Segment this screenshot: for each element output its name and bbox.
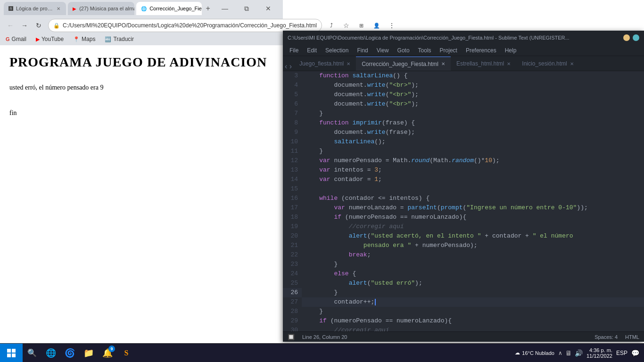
code-line-14: var contador = 1;	[302, 175, 644, 184]
browser-tab-2[interactable]: ▶ (27) Música para el alma 🎵 🔊 ✕	[68, 2, 134, 15]
taskbar-start-button[interactable]	[0, 344, 23, 362]
taskbar-chrome-button[interactable]: 🌐	[41, 344, 60, 362]
taskbar-time[interactable]: 4:36 p. m. 11/12/2022	[586, 347, 612, 359]
line-num-9: 9	[283, 128, 302, 137]
cloud-icon: ☁	[515, 350, 520, 356]
date-text: 11/12/2022	[586, 353, 612, 359]
line-num-29: 29	[283, 316, 302, 326]
menu-find[interactable]: Find	[353, 46, 372, 55]
sublime-tab3-label: Estrellas_html.html	[456, 60, 504, 67]
browser-close-button[interactable]: ✕	[257, 0, 279, 17]
line-num-21: 21	[283, 241, 302, 250]
chrome-icon: 🌐	[46, 348, 56, 358]
taskbar-search-button[interactable]: 🔍	[23, 344, 41, 362]
line-num-26: 26	[283, 288, 302, 297]
sublime-tab-2[interactable]: Corrección_Juego_Fiesta.html ✕	[356, 57, 451, 71]
bookmark-bar: G Gmail ▶ YouTube 📍 Maps 🔤 Traducir	[0, 34, 283, 45]
code-line-5: document.write("<br>");	[302, 90, 644, 99]
sublime-icon: S	[124, 349, 129, 357]
line-num-30: 30	[283, 326, 302, 331]
status-line-col: Line 26, Column 20	[302, 334, 347, 340]
forward-button[interactable]: →	[18, 19, 31, 32]
line-num-15: 15	[283, 184, 302, 194]
sublime-tab3-close[interactable]: ✕	[507, 61, 511, 66]
page-error-text: usted erró, el número pensado era 9	[9, 84, 273, 91]
taskbar-edge-button[interactable]: 🌀	[60, 344, 79, 362]
code-line-10: saltarLinea();	[302, 137, 644, 147]
sublime-tab-nav-left[interactable]: ‹ ›	[283, 62, 294, 71]
sublime-tab4-close[interactable]: ✕	[570, 61, 574, 66]
menu-view[interactable]: View	[373, 46, 393, 55]
browser-maximize-button[interactable]: ⧉	[236, 0, 257, 17]
taskbar-weather[interactable]: ☁ 16°C Nublado	[515, 350, 554, 356]
new-tab-button[interactable]: +	[204, 2, 212, 15]
chevron-up-icon[interactable]: ∧	[558, 350, 562, 356]
sublime-maximize-button[interactable]: □	[633, 34, 639, 41]
line-num-28: 28	[283, 307, 302, 316]
sublime-menubar: File Edit Selection Find View Goto Tools…	[283, 45, 644, 56]
line-num-7: 7	[283, 109, 302, 118]
bookmark-button[interactable]: ☆	[340, 19, 353, 32]
sublime-code-area[interactable]: 3 4 5 6 7 8 9 10 11 12 13 14 15 16 17 18…	[283, 71, 644, 331]
share-button[interactable]: ⤴	[325, 19, 338, 32]
search-icon: 🔍	[27, 348, 37, 357]
line-num-22: 22	[283, 250, 302, 260]
sublime-tab-1[interactable]: Juego_fiesta.html ✕	[294, 57, 356, 71]
code-line-21: break;	[302, 250, 644, 260]
browser-tab-1[interactable]: 🅰 Lógica de programación: Conce... ✕	[4, 2, 66, 15]
nav-buttons: ← → ↻	[4, 19, 45, 32]
code-line-3: function saltarLinea() {	[302, 71, 644, 81]
extensions-button[interactable]: ⊞	[355, 19, 368, 32]
code-line-28: if (numeroPensado == numeroLanzado){	[302, 316, 644, 326]
bookmark-gmail[interactable]: G Gmail	[4, 35, 28, 43]
settings-button[interactable]: ⋮	[385, 19, 398, 32]
bookmark-youtube[interactable]: ▶ YouTube	[34, 35, 66, 43]
code-line-19: //corregir aquí	[302, 222, 644, 231]
bookmark-translate[interactable]: 🔤 Traducir	[103, 35, 136, 43]
translate-label: Traducir	[113, 36, 134, 42]
address-bar[interactable]: 🔒 C:/Users/MI%20EQUIPO/Documents/Logica%…	[48, 19, 322, 32]
browser-page-content: PROGRAMA JUEGO DE ADIVINACION usted erró…	[0, 45, 283, 343]
menu-edit[interactable]: Edit	[303, 46, 321, 55]
gmail-icon: G	[6, 36, 10, 42]
browser-tab-bar: 🅰 Lógica de programación: Conce... ✕ ▶ (…	[0, 0, 283, 17]
menu-tools[interactable]: Tools	[414, 46, 435, 55]
code-line-9: document.write(frase);	[302, 128, 644, 137]
menu-file[interactable]: File	[286, 46, 302, 55]
code-line-6: document.write("<br>");	[302, 99, 644, 109]
code-line-13: var intentos = 3;	[302, 165, 644, 175]
browser-tab-3[interactable]: 🌐 Corrección_Juego_Fiesta.html ✕	[136, 2, 202, 15]
menu-goto[interactable]: Goto	[394, 46, 413, 55]
language-indicator[interactable]: ESP	[616, 350, 627, 356]
taskbar-sublime-button[interactable]: S	[117, 344, 136, 362]
maps-icon: 📍	[73, 36, 80, 42]
tab1-close-button[interactable]: ✕	[56, 5, 61, 12]
line-num-10: 10	[283, 137, 302, 147]
taskbar-right-section: ☁ 16°C Nublado ∧ 🖥 🔊 4:36 p. m. 11/12/20…	[510, 347, 644, 359]
taskbar-file-explorer-button[interactable]: 📁	[79, 344, 98, 362]
back-button[interactable]: ←	[4, 19, 17, 32]
menu-help[interactable]: Help	[501, 46, 520, 55]
svg-rect-0	[7, 349, 11, 353]
code-content[interactable]: function saltarLinea() { document.write(…	[302, 71, 644, 331]
tab1-label: Lógica de programación: Conce...	[16, 6, 53, 11]
browser-minimize-button[interactable]: —	[214, 0, 236, 17]
code-line-7: }	[302, 109, 644, 118]
code-line-12: var numeroPensado = Math.round(Math.rand…	[302, 156, 644, 165]
reload-button[interactable]: ↻	[32, 19, 45, 32]
sublime-tab-4[interactable]: Inicio_sesión.html ✕	[516, 57, 579, 71]
bookmark-maps[interactable]: 📍 Maps	[71, 35, 97, 43]
sublime-tab-3[interactable]: Estrellas_html.html ✕	[451, 57, 516, 71]
taskbar-notification-button[interactable]: 🔔 9	[98, 344, 117, 362]
profile-button[interactable]: 👤	[370, 19, 383, 32]
menu-preferences[interactable]: Preferences	[462, 46, 500, 55]
sublime-tab2-close[interactable]: ✕	[441, 61, 445, 66]
network-icon[interactable]: 🖥	[565, 349, 572, 357]
sublime-minimize-button[interactable]: —	[623, 34, 630, 41]
sublime-tab1-close[interactable]: ✕	[347, 61, 350, 66]
svg-rect-1	[12, 349, 16, 353]
menu-selection[interactable]: Selection	[322, 46, 352, 55]
volume-icon[interactable]: 🔊	[575, 349, 583, 357]
menu-project[interactable]: Project	[436, 46, 461, 55]
notification-center-button[interactable]: 💬	[631, 349, 639, 357]
